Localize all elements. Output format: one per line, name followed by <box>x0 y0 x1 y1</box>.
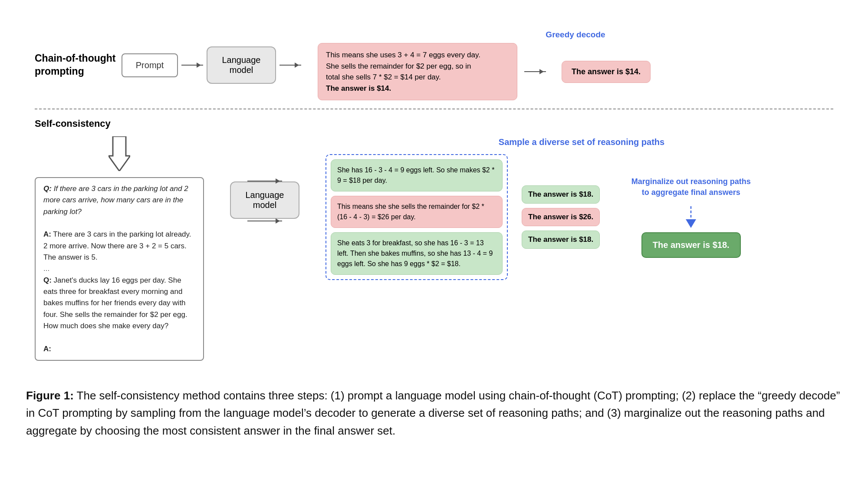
cot-label: Chain-of-thought prompting <box>35 52 122 78</box>
ellipsis-text: ... <box>43 264 49 273</box>
section-divider <box>35 109 833 109</box>
prompt-to-lm-arrow <box>181 65 203 66</box>
svg-marker-0 <box>108 136 130 171</box>
path-text-2: This means she she sells the remainder f… <box>331 196 503 228</box>
final-answer-box: The answer is $18. <box>641 232 741 258</box>
cot-output-box: This means she uses 3 + 4 = 7 eggs every… <box>318 43 517 100</box>
figure-label: Figure 1: <box>26 389 74 402</box>
path-row-2: This means she she sells the remainder f… <box>331 196 503 228</box>
marginalize-label: Marginalize out reasoning paths to aggre… <box>630 176 752 198</box>
col-paths: Sample a diverse set of reasoning paths … <box>326 136 833 280</box>
path-row-1: She has 16 - 3 - 4 = 9 eggs left. So she… <box>331 159 503 191</box>
diagram-area: Chain-of-thought prompting Prompt Langua… <box>26 13 842 369</box>
paths-dashed-box: She has 16 - 3 - 4 = 9 eggs left. So she… <box>326 154 508 280</box>
answer-box-3: The answer is $18. <box>522 231 600 249</box>
answer-box-2: The answer is $26. <box>522 208 600 226</box>
cot-output-text: This means she uses 3 + 4 = 7 eggs every… <box>326 51 480 92</box>
prompt-to-lm-arrow-bottom <box>247 181 282 181</box>
down-arrow-icon <box>108 136 130 171</box>
path-text-1: She has 16 - 3 - 4 = 9 eggs left. So she… <box>331 159 503 191</box>
caption-text: The self-consistency method contains thr… <box>26 389 840 437</box>
cot-final-answer-box: The answer is $14. <box>562 61 651 83</box>
bottom-section: Self-consistency Q: If there are 3 cars … <box>35 118 833 361</box>
output-to-answer-arrow <box>524 71 546 72</box>
sample-label: Sample a diverse set of reasoning paths <box>330 136 833 148</box>
lang-model-box-bottom: Language model <box>230 181 299 219</box>
col-arrow-lm: Language model <box>213 180 317 221</box>
cot-output-and-answer: This means she uses 3 + 4 = 7 eggs every… <box>318 43 833 100</box>
top-row-content: Prompt Language model Greedy decode This… <box>122 30 833 100</box>
q2-text: Q: Janet's ducks lay 16 eggs per day. Sh… <box>43 276 187 330</box>
svg-marker-2 <box>686 219 696 228</box>
lm-to-output-arrow <box>279 65 301 66</box>
few-shot-prompt-box: Q: If there are 3 cars in the parking lo… <box>35 177 204 361</box>
marginalize-arrow-icon <box>682 206 700 228</box>
bottom-layout: Q: If there are 3 cars in the parking lo… <box>35 136 833 361</box>
answer-box-1: The answer is $18. <box>522 185 600 204</box>
a1-text: A: There are 3 cars in the parking lot a… <box>43 230 191 261</box>
self-consistency-label: Self-consistency <box>35 118 122 129</box>
figure-caption: Figure 1: The self-consistency method co… <box>26 387 842 439</box>
paths-final-wrapper: She has 16 - 3 - 4 = 9 eggs left. So she… <box>326 154 833 280</box>
lang-model-box-top: Language model <box>207 46 276 84</box>
answer-column: The answer is $18. The answer is $26. Th… <box>516 185 600 249</box>
prompt-box: Prompt <box>122 53 178 77</box>
top-section: Chain-of-thought prompting Prompt Langua… <box>35 26 833 104</box>
greedy-label: Greedy decode <box>546 30 605 40</box>
lm-to-paths-arrow <box>247 221 282 221</box>
path-text-3: She eats 3 for breakfast, so she has 16 … <box>331 232 503 275</box>
q1-text: Q: If there are 3 cars in the parking lo… <box>43 185 188 216</box>
path-row-3: She eats 3 for breakfast, so she has 16 … <box>331 232 503 275</box>
col-prompt: Q: If there are 3 cars in the parking lo… <box>35 136 204 361</box>
a2-text: A: <box>43 345 51 353</box>
col-final: Marginalize out reasoning paths to aggre… <box>617 176 765 258</box>
greedy-decode-section: Greedy decode This means she uses 3 + 4 … <box>318 30 833 100</box>
